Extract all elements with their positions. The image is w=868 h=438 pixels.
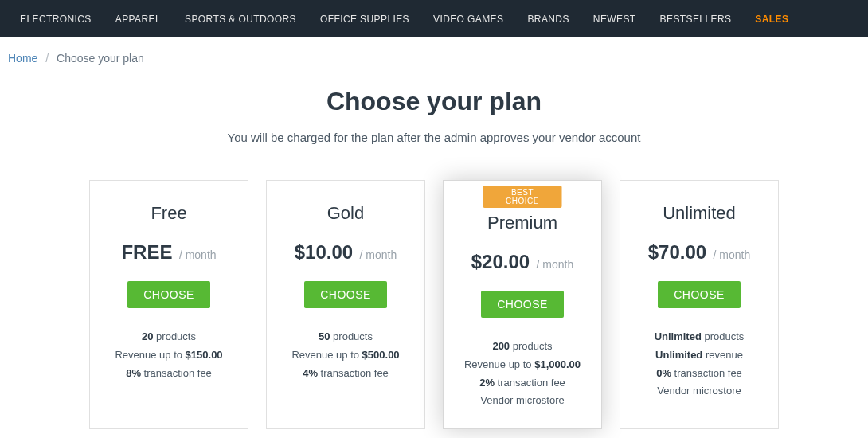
plan-feature: 200 products [453,338,592,355]
breadcrumb-separator: / [41,52,53,65]
page-subtitle: You will be charged for the plan after t… [0,131,868,144]
nav-item-video-games[interactable]: VIDEO GAMES [421,0,515,37]
plan-feature: Unlimited revenue [630,347,768,364]
plan-price-row: FREE / month [100,241,238,264]
plan-price: $20.00 [471,251,530,272]
plan-feature: Revenue up to $150.00 [100,347,238,364]
plan-feature: Unlimited products [630,329,768,346]
plan-feature: 0% transaction fee [630,366,768,382]
plan-name: Premium [453,213,592,233]
plan-features: 20 products Revenue up to $150.00 8% tra… [100,329,238,381]
plan-price: FREE [121,241,172,263]
main-navbar: ELECTRONICS APPAREL SPORTS & OUTDOORS OF… [0,0,868,37]
choose-button[interactable]: CHOOSE [658,281,741,308]
nav-item-newest[interactable]: NEWEST [581,0,648,37]
breadcrumb-home[interactable]: Home [8,52,37,65]
plan-feature: 4% transaction fee [276,366,415,382]
nav-item-office-supplies[interactable]: OFFICE SUPPLIES [308,0,421,37]
plan-name: Free [100,203,238,224]
plan-feature: 2% transaction fee [453,375,592,392]
plan-period: / month [537,258,574,271]
plan-feature: Revenue up to $500.00 [276,347,415,364]
plan-card-unlimited: Unlimited $70.00 / month CHOOSE Unlimite… [620,180,779,429]
plan-card-free: Free FREE / month CHOOSE 20 products Rev… [89,180,248,429]
breadcrumb-current: Choose your plan [57,52,144,65]
plan-feature: Revenue up to $1,000.00 [453,357,592,373]
plan-feature: 20 products [100,329,238,346]
plan-features: 50 products Revenue up to $500.00 4% tra… [276,329,415,381]
plan-features: Unlimited products Unlimited revenue 0% … [630,329,768,400]
plan-features: 200 products Revenue up to $1,000.00 2% … [453,338,592,409]
choose-button[interactable]: CHOOSE [304,281,387,308]
page-title: Choose your plan [0,87,868,116]
plan-feature: 8% transaction fee [100,366,238,382]
plan-period: / month [179,248,217,261]
nav-item-apparel[interactable]: APPAREL [104,0,173,37]
nav-item-electronics[interactable]: ELECTRONICS [8,0,104,37]
plan-feature: 50 products [276,329,415,346]
plan-price: $10.00 [295,241,353,263]
plan-card-gold: Gold $10.00 / month CHOOSE 50 products R… [266,180,425,429]
plan-price: $70.00 [648,241,706,263]
best-choice-badge: BEST CHOICE [483,186,562,208]
nav-item-brands[interactable]: BRANDS [515,0,581,37]
plan-feature: Vendor microstore [630,383,768,400]
plan-price-row: $70.00 / month [630,241,768,264]
breadcrumb: Home / Choose your plan [0,37,868,72]
choose-button[interactable]: CHOOSE [481,291,564,318]
plan-period: / month [360,248,397,261]
plan-name: Gold [276,203,415,224]
plan-period: / month [714,248,751,261]
nav-item-sales[interactable]: SALES [743,0,800,37]
nav-item-sports-outdoors[interactable]: SPORTS & OUTDOORS [173,0,308,37]
plan-card-premium: BEST CHOICE Premium $20.00 / month CHOOS… [443,180,602,429]
plan-feature: Vendor microstore [453,393,592,409]
plan-name: Unlimited [630,203,768,224]
plans-container: Free FREE / month CHOOSE 20 products Rev… [0,180,868,438]
choose-button[interactable]: CHOOSE [127,281,210,308]
plan-price-row: $20.00 / month [453,251,592,273]
nav-item-bestsellers[interactable]: BESTSELLERS [648,0,744,37]
plan-price-row: $10.00 / month [276,241,415,264]
